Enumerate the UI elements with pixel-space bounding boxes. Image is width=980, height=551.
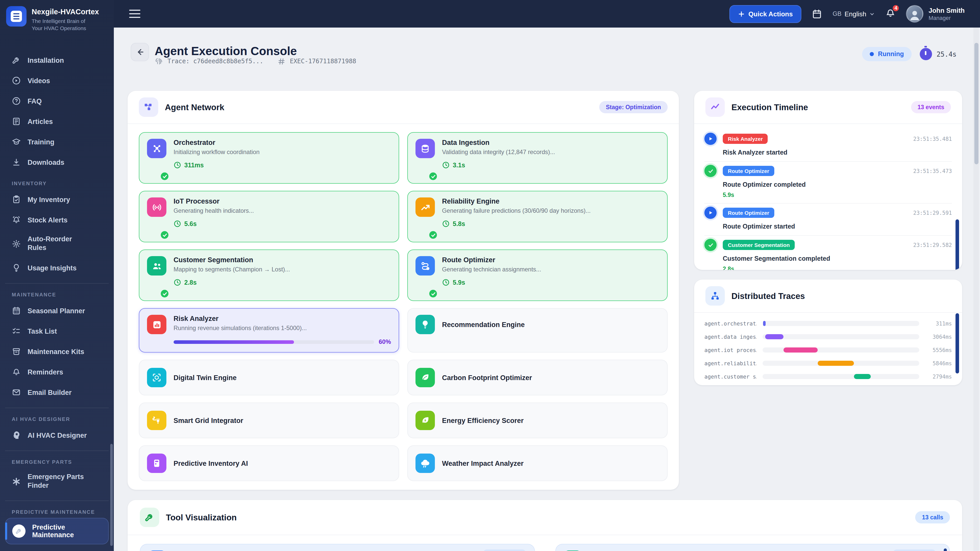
calendar-icon[interactable] <box>811 8 822 19</box>
sidebar-item-label: Task List <box>27 327 57 335</box>
hash-icon <box>278 57 285 65</box>
sidebar-item-downloads[interactable]: Downloads <box>5 152 109 172</box>
trace-id: Trace: c76deed8c8b8e5f5... <box>167 58 263 65</box>
status-badge: Running <box>862 47 912 61</box>
check-badge-icon <box>160 171 169 181</box>
back-button[interactable] <box>130 43 149 61</box>
cloud-bolt-icon <box>415 454 435 473</box>
trace-track <box>762 361 919 366</box>
agent-card-iot-processor[interactable]: IoT Processor Generating health indicato… <box>139 191 399 242</box>
agent-card-risk-analyzer[interactable]: Risk Analyzer Running revenue simulation… <box>139 308 399 353</box>
agent-card-orchestrator[interactable]: Orchestrator Initializing workflow coord… <box>139 132 399 184</box>
agent-card-data-ingestion[interactable]: Data Ingestion Validating data integrity… <box>407 132 668 184</box>
sidebar-item-predictive-maintenance[interactable]: Predictive Maintenance <box>5 518 109 545</box>
bar-chart-icon <box>147 315 166 334</box>
agent-card-energy-efficiency-scorer[interactable]: Energy Efficiency Scorer <box>407 403 668 438</box>
execution-timeline-panel: Execution Timeline 13 events Risk Analyz… <box>694 91 962 270</box>
agent-subtitle: Generating failure predictions (30/60/90… <box>442 207 659 214</box>
agent-card-carbon-footprint-optimizer[interactable]: Carbon Footprint Optimizer <box>407 360 668 395</box>
sidebar-item-label: Stock Alerts <box>27 216 68 224</box>
tool-card-scrollbar[interactable] <box>944 548 947 551</box>
user-menu[interactable]: John Smith Manager <box>906 5 965 22</box>
plug-icon <box>147 411 166 430</box>
timeline-event: Route Optimizer 23:51:35.473 Route Optim… <box>704 162 952 203</box>
sidebar-item-auto-reorder-rules[interactable]: Auto-Reorder Rules <box>5 230 109 258</box>
archive-box-icon <box>12 347 21 356</box>
sidebar-item-label: Predictive Maintenance <box>32 524 94 539</box>
agent-name: Energy Efficiency Scorer <box>442 416 524 424</box>
sidebar-item-ai-hvac-designer[interactable]: AI HVAC Designer <box>5 425 109 445</box>
sidebar-item-my-inventory[interactable]: My Inventory <box>5 189 109 210</box>
trace-label: agent.data_inges… <box>704 333 756 340</box>
event-title: Route Optimizer started <box>723 223 952 230</box>
trace-duration: 3064ms <box>925 333 952 340</box>
sidebar-item-email-builder[interactable]: Email Builder <box>5 382 109 403</box>
language-selector[interactable]: GB English <box>832 10 875 17</box>
event-duration: 2.8s <box>723 266 952 270</box>
progress-bar <box>173 340 374 344</box>
sidebar-item-usage-insights[interactable]: Usage Insights <box>5 258 109 278</box>
sidebar-item-articles[interactable]: Articles <box>5 111 109 132</box>
agent-card-reliability-engine[interactable]: Reliability Engine Generating failure pr… <box>407 191 668 242</box>
agent-card-route-optimizer[interactable]: Route Optimizer Generating technician as… <box>407 249 668 301</box>
elapsed-time: 25.4s <box>920 48 956 60</box>
running-dot-icon <box>870 52 874 56</box>
sidebar-nav: Installation Videos FAQ Articles Trainin… <box>0 43 114 545</box>
sidebar-item-faq[interactable]: FAQ <box>5 91 109 111</box>
sidebar-item-installation[interactable]: Installation <box>5 50 109 70</box>
distributed-traces-panel: Distributed Traces agent.orchestrat… 311… <box>694 279 962 385</box>
menu-icon[interactable] <box>129 10 140 18</box>
clock-icon <box>173 279 181 286</box>
event-agent-badge: Risk Analyzer <box>723 134 768 144</box>
check-badge-icon <box>428 289 438 299</box>
notification-count-badge: 4 <box>892 4 900 12</box>
traces-scrollbar[interactable] <box>956 313 959 373</box>
play-circle-icon <box>12 76 21 85</box>
agent-network-icon <box>139 97 158 117</box>
tool-card[interactable]: EXECUTING <box>555 544 950 551</box>
user-name: John Smith <box>928 6 965 14</box>
trace-label: agent.customer_s… <box>704 373 756 380</box>
timeline-scrollbar[interactable] <box>956 219 959 270</box>
trace-duration: 311ms <box>925 321 952 327</box>
page-scrollbar-thumb[interactable] <box>974 43 978 164</box>
check-badge-icon <box>160 230 169 240</box>
trace-track <box>762 374 919 379</box>
clock-icon <box>173 220 181 227</box>
sidebar-item-videos[interactable]: Videos <box>5 70 109 91</box>
agent-name: Smart Grid Integrator <box>173 416 243 424</box>
sidebar-item-reminders[interactable]: Reminders <box>5 362 109 382</box>
notifications-button[interactable]: 4 <box>885 7 896 20</box>
fingerprint-icon <box>155 57 163 65</box>
arrow-left-icon <box>135 48 145 57</box>
agent-card-smart-grid-integrator[interactable]: Smart Grid Integrator <box>139 403 399 438</box>
clock-icon <box>442 161 450 169</box>
sidebar-item-stock-alerts[interactable]: Stock Alerts <box>5 210 109 230</box>
agent-name: IoT Processor <box>173 197 391 205</box>
sidebar: Nexgile-HVACortex The Intelligent Brain … <box>0 0 114 551</box>
sidebar-item-emergency-parts-finder[interactable]: Emergency Parts Finder <box>5 468 109 495</box>
agent-card-predictive-inventory-ai[interactable]: Predictive Inventory AI <box>139 445 399 481</box>
agent-card-digital-twin-engine[interactable]: Digital Twin Engine <box>139 360 399 395</box>
tool-visualization-panel: Tool Visualization 13 calls EXECUTING EX… <box>127 500 962 551</box>
sidebar-item-seasonal-planner[interactable]: Seasonal Planner <box>5 300 109 321</box>
sidebar-item-training[interactable]: Training <box>5 132 109 152</box>
sidebar-scrollbar[interactable] <box>110 444 113 546</box>
lightbulb-icon <box>12 263 21 272</box>
agent-card-recommendation-engine[interactable]: Recommendation Engine <box>407 308 668 353</box>
check-icon <box>704 239 717 251</box>
section-label-inventory: INVENTORY <box>12 181 102 186</box>
sidebar-divider <box>5 408 109 408</box>
agent-card-customer-segmentation[interactable]: Customer Segmentation Mapping to segment… <box>139 249 399 301</box>
sidebar-item-maintenance-kits[interactable]: Maintenance Kits <box>5 341 109 362</box>
trace-track <box>762 348 919 353</box>
sidebar-item-label: Maintenance Kits <box>27 348 84 355</box>
quick-actions-button[interactable]: Quick Actions <box>730 5 802 23</box>
container-icon <box>147 454 166 473</box>
tool-card[interactable]: EXECUTING <box>140 544 535 551</box>
tools-title: Tool Visualization <box>166 513 237 522</box>
agent-card-weather-impact-analyzer[interactable]: Weather Impact Analyzer <box>407 445 668 481</box>
sidebar-item-task-list[interactable]: Task List <box>5 321 109 341</box>
agent-network-panel: Agent Network Stage: Optimization Orches… <box>127 91 679 490</box>
users-icon <box>147 256 166 275</box>
